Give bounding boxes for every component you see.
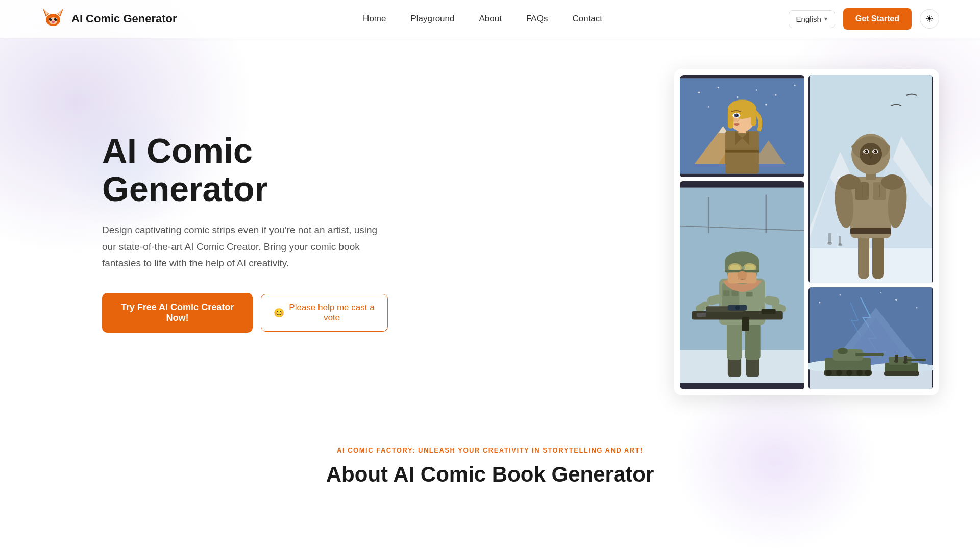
svg-rect-77 xyxy=(727,321,742,360)
navbar: AI Comic Generator Home Playground About… xyxy=(0,0,980,38)
theme-toggle-button[interactable]: ☀ xyxy=(920,9,939,29)
svg-point-120 xyxy=(856,370,863,376)
hero-title: AI Comic Generator xyxy=(102,132,388,208)
svg-point-39 xyxy=(736,114,737,115)
svg-point-95 xyxy=(735,305,740,310)
svg-point-64 xyxy=(865,151,866,152)
language-label: English xyxy=(796,15,821,23)
nav-item-home[interactable]: Home xyxy=(363,14,386,24)
svg-rect-91 xyxy=(762,309,776,314)
nav-item-faqs[interactable]: FAQs xyxy=(526,14,548,24)
svg-point-117 xyxy=(826,370,832,376)
svg-point-25 xyxy=(708,106,709,108)
svg-rect-83 xyxy=(731,290,738,296)
svg-point-6 xyxy=(54,18,57,21)
svg-point-131 xyxy=(819,302,821,304)
svg-point-66 xyxy=(874,150,877,154)
svg-point-134 xyxy=(916,307,918,309)
about-title: About AI Comic Book Generator xyxy=(41,462,939,487)
about-section: AI COMIC FACTORY: UNLEASH YOUR CREATIVIT… xyxy=(0,426,980,517)
svg-point-132 xyxy=(840,294,841,296)
svg-point-24 xyxy=(794,85,796,86)
svg-rect-92 xyxy=(697,313,706,317)
language-selector[interactable]: English ▾ xyxy=(789,10,835,28)
svg-rect-49 xyxy=(858,233,869,279)
svg-rect-130 xyxy=(904,356,907,363)
smile-icon: 😊 xyxy=(274,308,284,318)
hero-description: Design captivating comic strips even if … xyxy=(102,222,388,271)
svg-rect-93 xyxy=(742,317,749,331)
svg-rect-54 xyxy=(850,228,891,234)
svg-point-135 xyxy=(880,292,881,293)
svg-point-22 xyxy=(756,89,757,91)
comic-grid-container xyxy=(674,69,939,395)
chevron-down-icon: ▾ xyxy=(824,15,827,22)
hero-buttons: Try Free AI Comic Creator Now! 😊 Please … xyxy=(102,293,388,333)
vote-button-text: Please help me cast a vote xyxy=(288,303,375,323)
svg-point-19 xyxy=(698,91,700,93)
comic-panel-3 xyxy=(680,181,804,389)
hero-section: AI Comic Generator Design captivating co… xyxy=(0,38,980,426)
svg-point-63 xyxy=(865,150,868,154)
svg-point-118 xyxy=(836,370,842,376)
svg-rect-46 xyxy=(828,233,831,243)
svg-point-58 xyxy=(881,174,903,190)
vote-button[interactable]: 😊 Please help me cast a vote xyxy=(261,294,388,332)
logo-text: AI Comic Generator xyxy=(71,12,177,26)
about-tag: AI COMIC FACTORY: UNLEASH YOUR CREATIVIT… xyxy=(41,446,939,454)
svg-rect-50 xyxy=(872,233,884,279)
comic-panel-4 xyxy=(808,287,933,389)
svg-rect-44 xyxy=(810,248,932,283)
svg-rect-82 xyxy=(723,290,729,296)
svg-point-26 xyxy=(765,104,767,106)
svg-rect-125 xyxy=(906,359,926,361)
svg-point-7 xyxy=(51,18,52,19)
svg-rect-48 xyxy=(839,236,841,245)
hero-content: AI Comic Generator Design captivating co… xyxy=(102,132,388,333)
svg-point-38 xyxy=(735,114,738,117)
svg-point-67 xyxy=(874,151,875,152)
svg-point-57 xyxy=(838,174,861,190)
svg-point-119 xyxy=(846,370,852,376)
logo[interactable]: AI Comic Generator xyxy=(41,7,177,31)
comic-grid xyxy=(680,75,933,389)
svg-point-133 xyxy=(895,299,897,301)
svg-point-23 xyxy=(775,94,777,96)
nav-item-about[interactable]: About xyxy=(479,14,501,24)
svg-rect-30 xyxy=(725,150,759,153)
sun-icon: ☀ xyxy=(925,13,934,24)
svg-rect-76 xyxy=(746,358,760,377)
nav-item-playground[interactable]: Playground xyxy=(410,14,454,24)
nav-item-contact[interactable]: Contact xyxy=(572,14,602,24)
svg-point-5 xyxy=(49,18,52,21)
svg-point-40 xyxy=(730,117,738,121)
svg-rect-128 xyxy=(895,355,898,362)
comic-panel-2 xyxy=(808,75,933,283)
svg-point-121 xyxy=(865,370,871,376)
nav-links: Home Playground About FAQs Contact xyxy=(363,14,602,24)
comic-panel-1 xyxy=(680,75,804,177)
logo-icon xyxy=(41,7,65,31)
svg-point-21 xyxy=(737,96,739,98)
svg-rect-126 xyxy=(884,371,919,376)
svg-point-122 xyxy=(838,348,848,354)
nav-right: English ▾ Get Started ☀ xyxy=(789,8,939,30)
svg-rect-84 xyxy=(746,292,753,296)
svg-point-106 xyxy=(738,271,747,279)
svg-point-61 xyxy=(860,143,882,165)
svg-point-20 xyxy=(718,87,719,89)
try-free-button[interactable]: Try Free AI Comic Creator Now! xyxy=(102,293,253,333)
get-started-button[interactable]: Get Started xyxy=(843,8,912,30)
svg-point-8 xyxy=(56,18,57,19)
svg-rect-75 xyxy=(728,358,741,377)
svg-rect-115 xyxy=(855,353,884,356)
